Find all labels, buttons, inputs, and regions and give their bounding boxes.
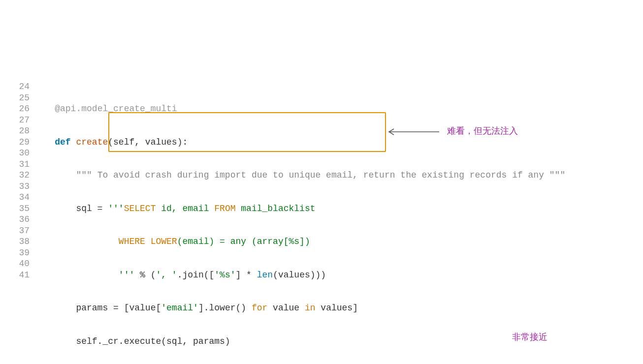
line-number: 34 xyxy=(0,192,30,203)
line-number: 24 xyxy=(0,81,30,92)
code-line: self._cr.execute(sql, params) xyxy=(33,336,643,347)
line-number: 31 xyxy=(0,159,30,170)
code-line: params = [value['email'].lower() for val… xyxy=(33,303,643,314)
line-number: 40 xyxy=(0,258,30,270)
line-number: 28 xyxy=(0,125,30,137)
code-line: @api.model_create_multi xyxy=(33,103,643,115)
line-number: 29 xyxy=(0,137,30,148)
arrow-icon xyxy=(385,127,444,137)
code-content: @api.model_create_multi def create(self,… xyxy=(33,81,643,364)
line-number: 39 xyxy=(0,247,30,259)
code-line: """ To avoid crash during import due to … xyxy=(33,170,643,181)
annotation-footer: 非常接近 xyxy=(512,332,547,343)
line-number: 36 xyxy=(0,214,30,225)
line-number: 32 xyxy=(0,170,30,181)
line-number: 38 xyxy=(0,236,30,247)
line-number: 35 xyxy=(0,203,30,214)
line-number-gutter: 24 25 26 27 28 29 30 31 32 33 34 35 36 3… xyxy=(0,81,33,364)
line-number: 27 xyxy=(0,115,30,126)
code-line: def create(self, values): xyxy=(33,137,643,148)
code-line: sql = '''SELECT id, email FROM mail_blac… xyxy=(33,203,643,214)
line-number: 30 xyxy=(0,148,30,159)
line-number: 41 xyxy=(0,270,30,281)
code-area: 24 25 26 27 28 29 30 31 32 33 34 35 36 3… xyxy=(0,81,643,364)
line-number: 37 xyxy=(0,225,30,237)
annotation-side: 难看，但无法注入 xyxy=(447,125,518,137)
line-number: 26 xyxy=(0,103,30,115)
code-line: WHERE LOWER(email) = any (array[%s]) xyxy=(33,236,643,247)
line-number: 33 xyxy=(0,181,30,192)
code-line: ''' % (', '.join(['%s'] * len(values))) xyxy=(33,270,643,281)
line-number: 25 xyxy=(0,92,30,104)
